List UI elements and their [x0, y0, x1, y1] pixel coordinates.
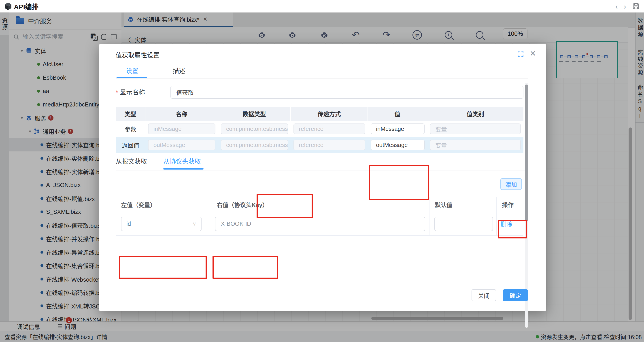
parameters-table-header: 类型 名称 数据类型 传递方式 值 值类别 — [116, 107, 524, 121]
subtab-from-body[interactable]: 从报文获取 — [116, 156, 147, 166]
save-icon[interactable] — [632, 2, 640, 10]
close-button[interactable]: 关闭 — [472, 289, 496, 301]
nav-forward-icon[interactable]: › — [624, 2, 626, 10]
header-mapping-table-header: 左值（变量） 右值（协议头Key） 默认值 操作 — [116, 197, 524, 212]
param-value-field[interactable]: inMessage — [371, 124, 424, 134]
confirm-button[interactable]: 确定 — [503, 289, 528, 301]
display-name-input[interactable] — [170, 86, 524, 99]
param-valuetype-field: 变量 — [430, 124, 521, 134]
required-asterisk: * — [116, 89, 118, 96]
subtab-divider — [116, 170, 528, 170]
param-datatype-field: com.primeton.esb.messag — [221, 124, 288, 134]
tab-divider — [116, 78, 528, 79]
parameter-row-return: 返回值 outMessage com.primeton.esb.messag r… — [116, 137, 524, 153]
fullscreen-icon[interactable] — [517, 50, 524, 58]
app-title: API编排 — [14, 1, 38, 11]
delete-link[interactable]: 删除 — [500, 220, 512, 228]
param-valuetype-field: 变量 — [430, 140, 521, 150]
param-name-field: outMessage — [148, 140, 216, 150]
app-logo-cube-icon — [4, 2, 12, 11]
param-datatype-field: com.primeton.esb.messag — [221, 140, 288, 150]
parameters-table: 类型 名称 数据类型 传递方式 值 值类别 参数 inMessage com.p… — [116, 107, 524, 153]
nav-back-icon[interactable]: ‹ — [615, 2, 618, 10]
subtab-active-underline — [163, 168, 204, 170]
dialog-close-icon[interactable]: ✕ — [530, 49, 536, 58]
left-value-select[interactable]: id ∨ — [121, 217, 202, 231]
parameter-row-input: 参数 inMessage com.primeton.esb.messag ref… — [116, 121, 524, 137]
add-button[interactable]: 添加 — [500, 178, 522, 190]
chevron-down-icon: ∨ — [192, 221, 196, 227]
header-mapping-table: 左值（变量） 右值（协议头Key） 默认值 操作 id ∨ — [116, 197, 524, 236]
top-bar: API编排 ‹ › — [0, 0, 644, 12]
param-passmode-field: reference — [294, 140, 365, 150]
display-name-label: *显示名称 — [116, 88, 145, 96]
right-value-input[interactable] — [215, 217, 425, 231]
param-value-field[interactable]: outMessage — [371, 140, 424, 150]
header-mapping-row: id ∨ 删除 — [116, 212, 524, 236]
param-name-field: inMessage — [148, 124, 216, 134]
app-window: API编排 ‹ › 资源 中介服务 En 文 — [0, 0, 644, 342]
dialog-tab-settings[interactable]: 设置 — [126, 66, 138, 75]
dialog-scrollbar-thumb[interactable] — [525, 84, 528, 222]
param-passmode-field: reference — [294, 124, 365, 134]
property-settings-dialog: 值获取属性设置 ✕ 设置 描述 *显示名称 类型 名称 数据类型 传递方式 值 … — [99, 44, 546, 311]
dialog-tab-description[interactable]: 描述 — [173, 66, 185, 75]
active-tab-underline — [116, 77, 147, 78]
dialog-title: 值获取属性设置 — [116, 50, 160, 59]
subtab-from-protocol-header[interactable]: 从协议头获取 — [163, 156, 201, 166]
default-value-input[interactable] — [434, 217, 493, 231]
